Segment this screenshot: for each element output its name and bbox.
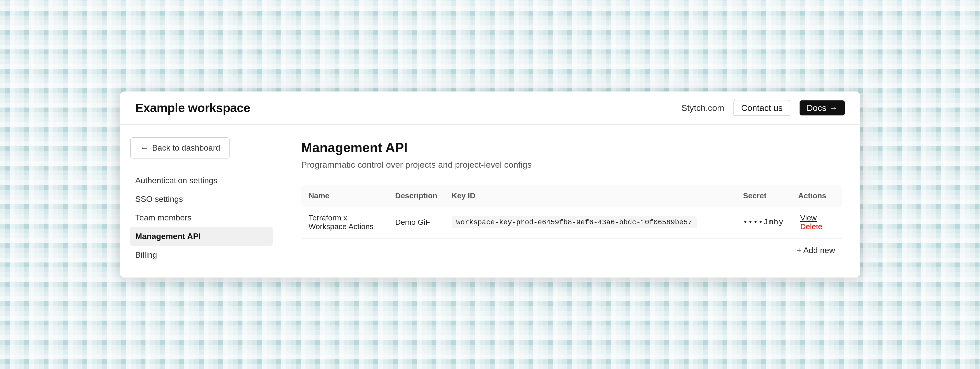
- col-header-secret: Secret: [736, 185, 791, 206]
- back-label: Back to dashboard: [152, 143, 220, 153]
- col-header-description: Description: [388, 185, 445, 206]
- page-subtitle: Programmatic control over projects and p…: [301, 160, 842, 170]
- col-header-name: Name: [301, 185, 388, 206]
- sidebar-item-team-members[interactable]: Team members: [130, 209, 273, 227]
- add-new-button[interactable]: + Add new: [797, 245, 835, 255]
- view-secret-button[interactable]: View: [798, 214, 819, 222]
- back-to-dashboard-button[interactable]: ← Back to dashboard: [130, 137, 230, 158]
- row-key-id: workspace-key-prod-e6459fb8-9ef6-43a6-bb…: [445, 206, 736, 238]
- app-container: Example workspace Stytch.com Contact us …: [120, 92, 860, 277]
- contact-us-button[interactable]: Contact us: [733, 100, 791, 116]
- delete-key-button[interactable]: Delete: [798, 222, 824, 231]
- api-keys-table: Name Description Key ID Secret Actions T…: [301, 185, 842, 238]
- row-name: Terraform x Workspace Actions: [301, 206, 388, 238]
- sidebar-item-sso-settings[interactable]: SSO settings: [130, 190, 273, 209]
- sidebar-item-billing[interactable]: Billing: [130, 245, 273, 264]
- docs-arrow-icon: →: [829, 103, 838, 113]
- col-header-keyid: Key ID: [445, 185, 736, 206]
- key-id-value: workspace-key-prod-e6459fb8-9ef6-43a6-bb…: [452, 216, 697, 228]
- row-actions: View Delete: [791, 206, 842, 238]
- sidebar-item-management-api[interactable]: Management API: [130, 227, 273, 245]
- docs-label: Docs: [807, 103, 826, 113]
- row-secret: ••••Jmhy: [736, 206, 791, 238]
- add-new-row: + Add new: [301, 238, 842, 262]
- content-area: Management API Programmatic control over…: [283, 125, 860, 277]
- docs-button[interactable]: Docs →: [800, 100, 845, 116]
- sidebar-nav: Authentication settings SSO settings Tea…: [130, 171, 273, 264]
- sidebar: ← Back to dashboard Authentication setti…: [120, 125, 283, 277]
- table-row: Terraform x Workspace Actions Demo GiF w…: [301, 206, 842, 238]
- page-title: Management API: [301, 140, 842, 155]
- stytch-link[interactable]: Stytch.com: [681, 103, 724, 113]
- table-header-row: Name Description Key ID Secret Actions: [301, 185, 842, 206]
- sidebar-item-authentication-settings[interactable]: Authentication settings: [130, 171, 273, 190]
- back-arrow-icon: ←: [140, 143, 148, 153]
- header-nav: Stytch.com Contact us Docs →: [681, 100, 845, 116]
- workspace-name: Example workspace: [135, 101, 250, 115]
- main-body: ← Back to dashboard Authentication setti…: [120, 125, 860, 277]
- col-header-actions: Actions: [791, 185, 842, 206]
- header: Example workspace Stytch.com Contact us …: [120, 92, 860, 125]
- row-description: Demo GiF: [388, 206, 445, 238]
